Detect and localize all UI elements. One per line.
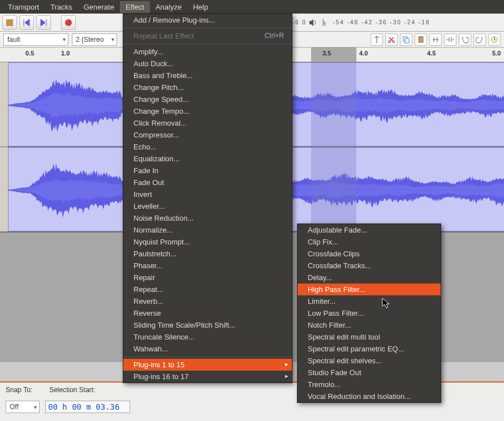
effect-item[interactable]: Add / Remove Plug-ins... — [123, 14, 292, 26]
menu-transport[interactable]: Transport — [2, 1, 45, 13]
plugin-item[interactable]: Studio Fade Out — [298, 367, 441, 379]
menubar: TransportTracksGenerateEffectAnalyzeHelp — [0, 0, 504, 14]
ruler-tick: 4.0 — [359, 50, 368, 57]
track-head[interactable] — [0, 62, 8, 147]
plugin-item[interactable]: Clip Fix... — [298, 236, 441, 248]
undo-icon[interactable] — [459, 33, 471, 46]
device-combo[interactable]: fault — [3, 33, 68, 46]
plugin-item[interactable]: Spectral edit shelves... — [298, 355, 441, 367]
effect-item[interactable]: Compressor... — [123, 129, 292, 141]
effect-item[interactable]: Reverse — [123, 307, 292, 319]
effect-item[interactable]: Bass and Treble... — [123, 70, 292, 81]
effect-item[interactable]: Click Removal... — [123, 117, 292, 129]
cut-icon[interactable] — [385, 33, 398, 46]
channels-combo[interactable]: 2 (Stereo — [72, 33, 117, 46]
menu-tracks[interactable]: Tracks — [45, 1, 78, 13]
effect-item[interactable]: Sliding Time Scale/Pitch Shift... — [123, 319, 292, 331]
snap-to-label: Snap To: — [6, 386, 32, 394]
trim-icon[interactable] — [429, 33, 442, 46]
menu-analyze[interactable]: Analyze — [150, 1, 187, 13]
lr-label: LR — [322, 19, 326, 27]
skip-end-button[interactable] — [36, 15, 51, 30]
plugin-item[interactable]: Delay... — [298, 272, 441, 283]
effect-item: Repeat Last EffectCtrl+R — [123, 30, 292, 42]
effect-item[interactable]: Leveller... — [123, 200, 292, 212]
effect-item[interactable]: Fade Out — [123, 177, 292, 188]
effect-item[interactable]: Normalize... — [123, 224, 292, 236]
svg-rect-0 — [6, 19, 13, 26]
plugin-item[interactable]: Spectral edit parametric EQ... — [298, 343, 441, 355]
ruler-tick: 1.0 — [61, 50, 70, 57]
plugin-item[interactable]: Vocal Reduction and Isolation... — [298, 390, 441, 402]
skip-start-button[interactable] — [19, 15, 34, 30]
effect-item[interactable]: Invert — [123, 188, 292, 200]
effect-item[interactable]: Truncate Silence... — [123, 331, 292, 343]
selection-start-label: Selection Start: — [49, 386, 95, 394]
plugin-item[interactable]: Crossfade Tracks... — [298, 260, 441, 272]
ruler-tick: 0.5 — [25, 50, 34, 57]
redo-icon[interactable] — [473, 33, 486, 46]
sync-lock-icon[interactable] — [488, 33, 501, 46]
effect-item[interactable]: Fade In — [123, 165, 292, 177]
effect-item[interactable]: Repeat... — [123, 283, 292, 295]
effect-item[interactable]: Wahwah... — [123, 343, 292, 355]
effect-item[interactable]: Paulstretch... — [123, 248, 292, 260]
effect-item[interactable]: Change Pitch... — [123, 81, 292, 93]
speaker-icon — [309, 19, 318, 27]
effect-item[interactable]: Plug-ins 16 to 17 — [123, 371, 292, 383]
ruler-tick: 4.5 — [427, 50, 436, 57]
effect-item[interactable]: Noise Reduction... — [123, 212, 292, 224]
effect-item[interactable]: Change Speed... — [123, 93, 292, 105]
track-head[interactable] — [0, 147, 8, 231]
plugin-item[interactable]: Crossfade Clips — [298, 248, 441, 260]
ruler-selection — [311, 48, 356, 62]
track-selection — [311, 63, 356, 146]
svg-point-1 — [65, 19, 72, 26]
plugin-item[interactable]: Tremolo... — [298, 379, 441, 390]
plugin-item[interactable]: Spectral edit multi tool — [298, 331, 441, 343]
track-selection — [311, 148, 356, 231]
plugin-item[interactable]: Limiter... — [298, 295, 441, 307]
effect-menu: Add / Remove Plug-ins...Repeat Last Effe… — [123, 14, 292, 383]
selection-start-input[interactable] — [45, 401, 130, 413]
effect-item[interactable]: Plug-ins 1 to 15 — [123, 359, 292, 371]
silence-icon[interactable] — [444, 33, 456, 46]
effect-item[interactable]: Reverb... — [123, 295, 292, 307]
effect-item[interactable]: Change Tempo... — [123, 105, 292, 117]
plugin-item[interactable]: Low Pass Filter... — [298, 307, 441, 319]
db-ticks: -54 -48 -42 -36 -30 -24 -18 — [333, 19, 430, 25]
plugin-item[interactable]: Notch Filter... — [298, 319, 441, 331]
effect-item[interactable]: Nyquist Prompt... — [123, 236, 292, 248]
ruler-tick: 3.5 — [322, 50, 331, 57]
plugins-submenu: Adjustable Fade...Clip Fix...Crossfade C… — [297, 224, 441, 403]
cursor-tool-icon[interactable] — [371, 33, 383, 46]
plugin-item[interactable]: High Pass Filter... — [298, 283, 441, 295]
record-button[interactable] — [61, 15, 76, 30]
effect-item[interactable]: Equalization... — [123, 153, 292, 165]
effect-item[interactable]: Phaser... — [123, 260, 292, 272]
effect-item[interactable]: Repair — [123, 272, 292, 283]
effect-item[interactable]: Auto Duck... — [123, 58, 292, 70]
menu-effect[interactable]: Effect — [120, 1, 150, 13]
menu-generate[interactable]: Generate — [78, 1, 120, 13]
svg-rect-5 — [405, 38, 409, 43]
snap-to-combo[interactable]: Off — [6, 401, 40, 413]
menu-help[interactable]: Help — [187, 1, 214, 13]
svg-rect-7 — [420, 36, 422, 38]
plugin-item[interactable]: Adjustable Fade... — [298, 224, 441, 236]
copy-icon[interactable] — [400, 33, 412, 46]
stop-button[interactable] — [2, 15, 17, 30]
ruler-tick: 5.0 — [492, 50, 501, 57]
paste-icon[interactable] — [415, 33, 427, 46]
effect-item[interactable]: Amplify... — [123, 46, 292, 58]
effect-item[interactable]: Echo... — [123, 141, 292, 153]
